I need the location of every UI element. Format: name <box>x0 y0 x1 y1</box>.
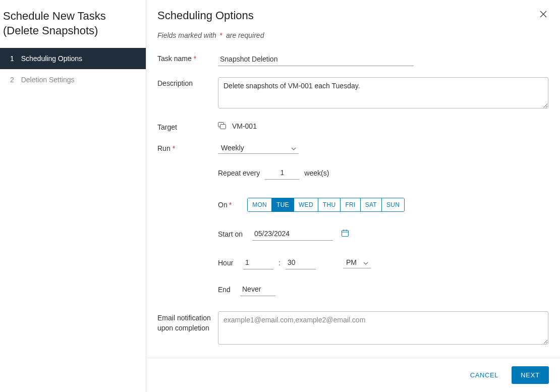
wizard-title-line2: (Delete Snapshots) <box>3 24 98 37</box>
start-on-row: Start on <box>218 227 549 241</box>
day-toggle-wed[interactable]: WED <box>294 198 318 211</box>
run-row: Run* Weekly Repeat every week(s) <box>157 142 549 296</box>
day-toggle-sat[interactable]: SAT <box>361 198 382 211</box>
page-title: Scheduling Options <box>157 9 254 22</box>
next-button[interactable]: NEXT <box>512 366 549 384</box>
task-name-input[interactable] <box>218 52 414 66</box>
start-on-input[interactable] <box>252 227 333 241</box>
day-toggle-fri[interactable]: FRI <box>341 198 360 211</box>
target-row: Target VM-001 <box>157 121 549 131</box>
run-label: Run* <box>157 142 218 152</box>
email-label: Email notification upon completion <box>157 311 218 333</box>
required-star-icon: * <box>220 31 222 39</box>
target-name: VM-001 <box>232 122 257 130</box>
email-row: Email notification upon completion <box>157 311 549 346</box>
repeat-unit-label: week(s) <box>304 169 329 177</box>
day-toggle-sun[interactable]: SUN <box>382 198 404 211</box>
description-label: Description <box>157 77 218 87</box>
wizard-sidebar: Schedule New Tasks (Delete Snapshots) 1 … <box>0 0 146 392</box>
step-label-2: Deletion Settings <box>21 76 75 84</box>
hour-label: Hour <box>218 259 238 267</box>
repeat-every-label: Repeat every <box>218 169 260 177</box>
on-days-row: On* MON TUE WED THU FRI SAT SUN <box>218 198 549 212</box>
minute-input[interactable] <box>286 256 316 269</box>
required-note-prefix: Fields marked with <box>157 31 216 39</box>
run-frequency-value: Weekly <box>218 142 299 153</box>
description-textarea[interactable]: Delete snapshots of VM-001 each Tuesday. <box>218 77 548 108</box>
repeat-every-row: Repeat every week(s) <box>218 166 549 180</box>
day-toggle-group: MON TUE WED THU FRI SAT SUN <box>247 198 405 212</box>
vm-icon <box>218 122 226 131</box>
wizard-step-deletion-settings[interactable]: 2 Deletion Settings <box>0 69 146 90</box>
day-toggle-tue[interactable]: TUE <box>272 198 294 211</box>
target-label: Target <box>157 121 218 131</box>
hour-input[interactable] <box>243 256 273 269</box>
main-body: Fields marked with * are required Task n… <box>146 26 560 358</box>
close-icon[interactable] <box>538 9 549 20</box>
day-toggle-thu[interactable]: THU <box>318 198 341 211</box>
svg-rect-4 <box>342 231 349 237</box>
required-star-icon: * <box>229 201 232 209</box>
repeat-every-input[interactable] <box>265 166 299 180</box>
day-toggle-mon[interactable]: MON <box>248 198 272 211</box>
wizard-modal: Schedule New Tasks (Delete Snapshots) 1 … <box>0 0 560 392</box>
main-header: Scheduling Options <box>146 0 560 26</box>
wizard-steps: 1 Scheduling Options 2 Deletion Settings <box>0 48 146 90</box>
task-name-row: Task name* <box>157 52 549 66</box>
step-num-1: 1 <box>10 54 14 63</box>
wizard-footer: CANCEL NEXT <box>146 358 560 392</box>
required-star-icon: * <box>173 144 175 152</box>
required-note-suffix: are required <box>226 31 264 39</box>
cancel-button[interactable]: CANCEL <box>467 367 501 383</box>
wizard-step-scheduling-options[interactable]: 1 Scheduling Options <box>0 48 146 69</box>
run-frequency-select[interactable]: Weekly <box>218 142 299 154</box>
calendar-icon[interactable] <box>341 229 349 239</box>
on-label: On* <box>218 201 233 209</box>
end-input[interactable] <box>240 283 275 296</box>
wizard-title: Schedule New Tasks (Delete Snapshots) <box>0 9 146 48</box>
step-label-1: Scheduling Options <box>21 54 82 63</box>
wizard-title-line1: Schedule New Tasks <box>3 10 106 22</box>
end-row: End <box>218 283 549 296</box>
start-on-label: Start on <box>218 230 247 238</box>
task-name-label: Task name* <box>157 52 218 63</box>
email-textarea[interactable] <box>218 311 548 345</box>
time-separator: : <box>278 259 281 267</box>
required-star-icon: * <box>194 54 196 63</box>
step-num-2: 2 <box>10 76 14 84</box>
ampm-value: PM <box>343 257 371 268</box>
wizard-main: Scheduling Options Fields marked with * … <box>146 0 560 392</box>
required-note: Fields marked with * are required <box>157 31 549 39</box>
ampm-select[interactable]: PM <box>343 257 371 268</box>
hour-row: Hour : PM <box>218 256 549 269</box>
end-label: End <box>218 286 235 294</box>
description-row: Description Delete snapshots of VM-001 e… <box>157 77 549 110</box>
svg-rect-3 <box>220 124 226 129</box>
